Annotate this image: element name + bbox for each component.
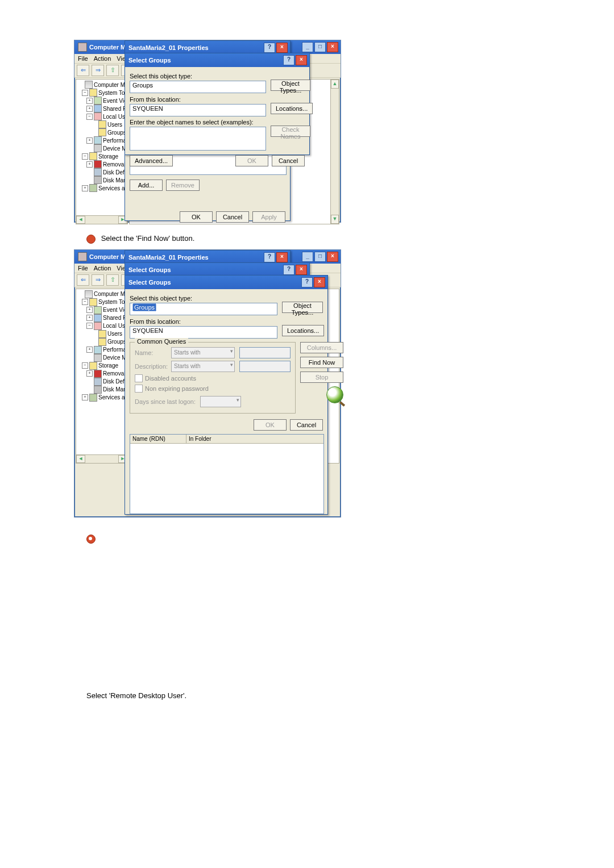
maximize-button[interactable]: □ [314,252,326,262]
tree-shared[interactable]: +Shared Fol [77,314,126,322]
props-close-icon[interactable]: × [276,43,288,53]
tree-performance[interactable]: +Performanc [77,346,126,354]
adv-objtype-field: Groups [130,303,277,315]
tree-diskmgr[interactable]: Disk Manag [77,176,126,184]
tree-root[interactable]: Computer Managem [77,290,126,298]
storage-icon [89,362,97,370]
mgmt-close-icon[interactable]: × [327,252,338,262]
check-names-button: Check Names [271,126,310,137]
scroll-left-icon[interactable]: ◄ [76,216,85,224]
tree-localusers[interactable]: −Local Users [77,322,126,330]
selgroups-help-icon[interactable]: ? [283,55,294,65]
tree-device[interactable]: Device Man [77,354,126,362]
menu-file[interactable]: File [78,55,88,62]
menu-action[interactable]: Action [94,55,111,62]
tree-system-tools[interactable]: −System Tools [77,298,126,306]
step-10-bullet-icon [86,535,96,544]
storage-icon [89,152,97,160]
tree-defrag[interactable]: Disk Defrag [77,378,126,386]
nav-up-icon[interactable]: ⇧ [106,274,119,286]
device-icon [94,144,102,152]
search-animation-icon [326,386,343,403]
menu-action[interactable]: Action [94,265,111,272]
tree-users[interactable]: Users [77,120,126,128]
selgroups-adv-close-icon[interactable]: × [314,277,325,287]
tree-event[interactable]: +Event View [77,306,126,314]
advanced-button[interactable]: Advanced... [130,155,173,166]
selgroups-close-icon[interactable]: × [296,265,307,275]
tree-removable[interactable]: +Removable [77,160,126,168]
tree-hscrollbar[interactable]: ◄ ► [76,454,127,463]
computer-icon [85,81,93,89]
step-10-line2: Select 'Remote Desktop User'. [86,691,540,700]
minimize-button[interactable]: _ [302,252,313,262]
mgmt-tree-2[interactable]: Computer Managem −System Tools +Event Vi… [76,289,128,464]
tree-storage[interactable]: −Storage [77,152,126,160]
props-help-icon[interactable]: ? [264,43,275,53]
selgroups-cancel-button[interactable]: Cancel [272,155,305,166]
results-col-name[interactable]: Name (RDN) [130,435,186,443]
adv-ok-button: OK [254,419,287,431]
minimize-button[interactable]: _ [302,42,313,52]
performance-icon [94,136,102,144]
props-close-icon[interactable]: × [276,252,288,262]
maximize-button[interactable]: □ [314,42,326,52]
scroll-left-icon[interactable]: ◄ [76,455,85,463]
selgroups-adv-help-icon[interactable]: ? [301,277,313,287]
shared-icon [94,314,102,322]
tree-root[interactable]: Computer Managem [77,81,126,89]
mgmt-tree[interactable]: Computer Managem −System Tools +Event Vi… [76,79,128,224]
adv-label-desc: Description: [135,363,167,370]
tree-system-tools[interactable]: −System Tools [77,89,126,97]
tree-groups[interactable]: Groups [77,338,126,346]
menu-file[interactable]: File [78,265,88,272]
tree-shared[interactable]: +Shared Fol [77,105,126,112]
mgmt-window-icon [78,252,87,261]
adv-objtype-value: Groups [132,303,156,311]
tree-performance[interactable]: +Performanc [77,136,126,144]
results-col-folder[interactable]: In Folder [186,435,323,443]
tree-services[interactable]: +Services and A [77,184,126,192]
mgmt-close-icon[interactable]: × [327,42,338,52]
props-help-icon[interactable]: ? [264,252,275,262]
select-groups-advanced-dialog: Select Groups ? × Select this object typ… [125,275,328,515]
adv-cancel-button[interactable]: Cancel [290,419,323,431]
locations-button[interactable]: Locations... [271,103,313,114]
scroll-down-icon[interactable]: ▼ [331,215,339,224]
rightpane-vscrollbar[interactable]: ▲ ▼ [330,80,339,224]
selgroups-adv-title: Select Groups [128,279,171,286]
local-users-icon [94,322,102,330]
props-add-button[interactable]: Add... [130,180,163,191]
tree-device[interactable]: Device Man [77,144,126,152]
tree-diskmgr[interactable]: Disk Manag [77,386,126,394]
selgroups-help-icon[interactable]: ? [283,265,294,275]
tree-localusers[interactable]: −Local Users [77,112,126,120]
selgroups-close-icon[interactable]: × [296,55,307,65]
mgmt-window-icon [78,43,87,52]
object-types-button[interactable]: Object Types... [271,80,310,91]
adv-object-types-button[interactable]: Object Types... [282,302,323,313]
object-names-input[interactable] [130,127,266,151]
tree-services[interactable]: +Services and A [77,394,126,402]
results-list[interactable]: Name (RDN) In Folder [130,434,324,514]
adv-label-name: Name: [135,349,167,356]
nav-forward-icon[interactable]: ⇒ [92,274,104,286]
tree-defrag[interactable]: Disk Defrag [77,168,126,176]
adv-locations-button[interactable]: Locations... [282,325,324,336]
nav-forward-icon[interactable]: ⇒ [92,65,104,76]
tree-removable[interactable]: +Removable [77,370,126,378]
props-cancel-button[interactable]: Cancel [216,211,249,223]
tree-groups[interactable]: Groups [77,128,126,136]
tree-event[interactable]: +Event View [77,97,126,105]
tree-hscrollbar[interactable]: ◄ ► [76,215,127,224]
nav-back-icon[interactable]: ⇐ [77,65,89,76]
tree-storage[interactable]: −Storage [77,362,126,370]
find-now-button[interactable]: Find Now [300,357,343,368]
scroll-up-icon[interactable]: ▲ [331,80,339,89]
nav-back-icon[interactable]: ⇐ [77,274,89,286]
step-10 [86,535,540,544]
tree-users[interactable]: Users [77,330,126,338]
nav-up-icon[interactable]: ⇧ [106,65,119,76]
selgroups-titlebar: Select Groups ? × [125,53,309,67]
props-ok-button[interactable]: OK [180,211,213,223]
